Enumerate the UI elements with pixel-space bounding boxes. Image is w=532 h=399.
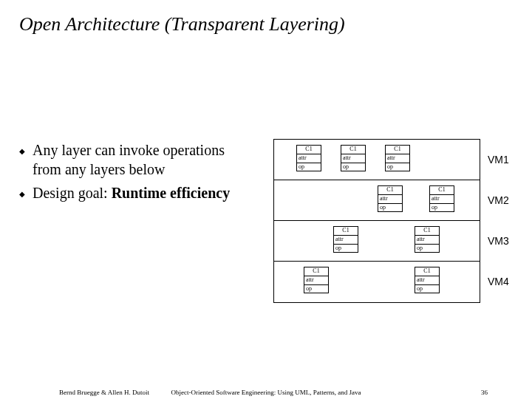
class-box: C1attrop xyxy=(378,185,403,212)
class-box: C1attrop xyxy=(304,267,329,293)
class-op: op xyxy=(334,245,358,253)
diamond-bullet-icon: ◆ xyxy=(19,189,25,199)
class-op: op xyxy=(378,204,402,212)
class-box: C1attrop xyxy=(415,267,440,293)
class-op: op xyxy=(341,163,365,171)
vm-label: VM3 xyxy=(488,220,525,261)
class-name: C1 xyxy=(304,267,328,276)
class-name: C1 xyxy=(415,267,439,276)
vm-labels: VM1VM2VM3VM4 xyxy=(488,139,525,301)
footer-page-number: 36 xyxy=(481,389,488,396)
class-attr: attr xyxy=(430,195,454,204)
class-box: C1attrop xyxy=(415,226,440,253)
class-attr: attr xyxy=(297,154,321,163)
class-box: C1attrop xyxy=(341,145,366,171)
vm-label: VM2 xyxy=(488,180,525,220)
bullet-item: ◆ Any layer can invoke operations from a… xyxy=(19,140,256,179)
class-op: op xyxy=(304,285,328,293)
bullet-item: ◆ Design goal: Runtime efficiency xyxy=(19,183,256,202)
layer-row: C1attropC1attrop xyxy=(274,180,480,221)
class-name: C1 xyxy=(430,186,454,195)
class-attr: attr xyxy=(415,236,439,245)
class-attr: attr xyxy=(334,236,358,245)
vm-label: VM4 xyxy=(488,261,525,301)
class-box: C1attrop xyxy=(429,185,454,212)
class-op: op xyxy=(415,285,439,293)
class-attr: attr xyxy=(304,276,328,285)
class-op: op xyxy=(415,245,439,253)
class-attr: attr xyxy=(378,195,402,204)
diamond-bullet-icon: ◆ xyxy=(19,146,25,156)
slide-title: Open Architecture (Transparent Layering) xyxy=(0,0,532,35)
class-name: C1 xyxy=(341,146,365,154)
class-op: op xyxy=(297,163,321,171)
bullet-text: Any layer can invoke operations from any… xyxy=(33,140,256,179)
class-name: C1 xyxy=(386,146,409,154)
layer-diagram: C1attropC1attropC1attropC1attropC1attrop… xyxy=(273,139,480,303)
bullet-text: Design goal: Runtime efficiency xyxy=(33,183,230,202)
class-box: C1attrop xyxy=(385,145,410,171)
layer-row: C1attropC1attrop xyxy=(274,221,480,262)
bullet-list: ◆ Any layer can invoke operations from a… xyxy=(19,140,256,207)
class-name: C1 xyxy=(378,186,402,195)
class-box: C1attrop xyxy=(296,145,321,171)
class-op: op xyxy=(386,163,409,171)
class-attr: attr xyxy=(415,276,439,285)
class-box: C1attrop xyxy=(333,226,358,253)
vm-label: VM1 xyxy=(488,139,525,180)
class-name: C1 xyxy=(334,227,358,236)
class-op: op xyxy=(430,204,454,212)
class-name: C1 xyxy=(415,227,439,236)
footer-title: Object-Oriented Software Engineering: Us… xyxy=(0,389,532,396)
layer-row: C1attropC1attrop xyxy=(274,262,480,302)
layer-row: C1attropC1attropC1attrop xyxy=(274,140,480,180)
class-name: C1 xyxy=(297,146,321,154)
class-attr: attr xyxy=(386,154,409,163)
class-attr: attr xyxy=(341,154,365,163)
